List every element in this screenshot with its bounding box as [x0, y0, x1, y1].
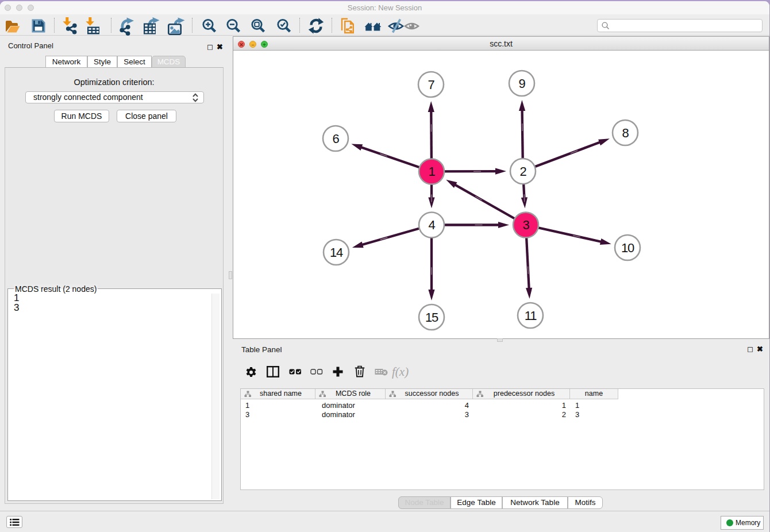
svg-text:4: 4 [428, 218, 435, 232]
svg-text:3: 3 [522, 218, 529, 232]
svg-text:9: 9 [518, 76, 525, 91]
svg-text:1: 1 [428, 164, 435, 179]
svg-text:11: 11 [525, 309, 537, 323]
svg-text:8: 8 [622, 126, 629, 140]
svg-text:14: 14 [330, 245, 343, 260]
svg-text:6: 6 [332, 132, 339, 146]
svg-text:7: 7 [428, 78, 434, 92]
svg-text:10: 10 [621, 241, 634, 255]
svg-text:2: 2 [519, 164, 526, 179]
svg-text:15: 15 [425, 310, 438, 325]
